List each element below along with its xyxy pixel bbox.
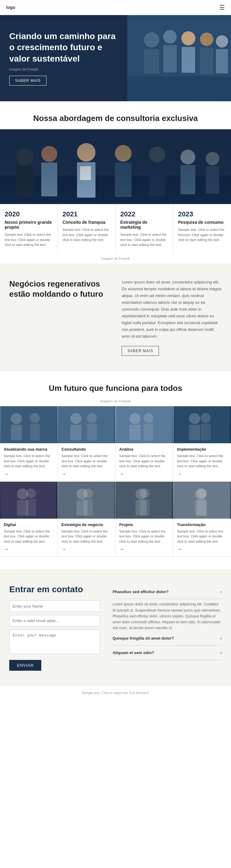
timeline-text: Sample text. Click to select the text bo… <box>178 227 226 243</box>
card-image-7 <box>173 482 231 519</box>
timeline-text: Sample text. Click to select the text bo… <box>5 232 53 247</box>
card-item-7: Transformação Sample text. Click to sele… <box>173 482 231 557</box>
timeline-title: Conceito de franquia <box>62 220 111 225</box>
consulting-image <box>0 129 231 203</box>
faq-question-row[interactable]: Quisque fringilla sit amet dolor? › <box>112 631 222 646</box>
faq-item-2[interactable]: Aliquam et sem odio? › <box>112 646 222 660</box>
svg-point-5 <box>181 31 195 45</box>
card-title: Implementação <box>177 447 228 452</box>
timeline-item-2023: 2023 Pesquisa de consumo Sample text. Cl… <box>173 204 231 254</box>
regen-left: Negócios regenerativos estão moldando o … <box>9 279 109 304</box>
svg-rect-30 <box>1 406 56 443</box>
card-text: Sample text. Click to select the text bo… <box>62 454 112 469</box>
svg-rect-11 <box>127 76 231 101</box>
card-content-5: Estratégia de negócio Sample text. Click… <box>58 522 115 552</box>
future-section: Um futuro que funciona para todos Imagen… <box>0 371 231 569</box>
card-content-4: Digital Sample text. Click to select the… <box>0 522 58 552</box>
svg-rect-10 <box>215 49 228 73</box>
svg-point-41 <box>129 413 140 424</box>
faq-item-0[interactable]: Phasellus sed efficitur dolor? › Lorem i… <box>112 585 222 631</box>
card-image-4 <box>0 482 58 519</box>
contact-submit-button[interactable]: ENVIAR <box>9 660 41 671</box>
card-image-5 <box>58 482 115 519</box>
card-arrow-icon[interactable]: → <box>62 471 112 477</box>
card-text: Sample text. Click to select the text bo… <box>119 454 169 469</box>
svg-rect-49 <box>201 424 210 440</box>
card-content-0: Atualizando sua marca Sample text. Click… <box>0 447 58 477</box>
card-item-6: Projeto Sample text. Click to select the… <box>115 482 173 557</box>
timeline-year: 2021 <box>62 210 111 218</box>
contact-title: Entrar em contato <box>9 585 100 594</box>
timeline-item-2020: 2020 Nosso primeiro grande projeto Sampl… <box>0 204 58 254</box>
faq-item-1[interactable]: Quisque fringilla sit amet dolor? › <box>112 631 222 646</box>
timeline-title: Nosso primeiro grande projeto <box>5 220 53 229</box>
svg-rect-32 <box>11 425 22 440</box>
card-image-3 <box>173 406 231 443</box>
faq-question-row[interactable]: Aliquam et sem odio? › <box>112 646 222 660</box>
svg-rect-8 <box>200 48 213 74</box>
timeline-text: Sample text. Click to select the text bo… <box>120 232 169 247</box>
regen-section: Negócios regenerativos estão moldando o … <box>0 264 231 372</box>
card-item-2: Análise Sample text. Click to select the… <box>115 406 173 482</box>
contact-form: Entrar em contato ENVIAR <box>9 585 100 671</box>
consulting-title: Nossa abordagem de consultoria exclusiva <box>0 101 231 129</box>
svg-point-38 <box>87 413 97 423</box>
svg-point-43 <box>144 413 153 423</box>
future-image-credit: Imagens de Freepak <box>0 399 231 403</box>
card-title: Estratégia de negócio <box>62 522 112 527</box>
svg-rect-34 <box>30 424 40 440</box>
contact-email-input[interactable] <box>9 615 100 626</box>
faq-question-row[interactable]: Phasellus sed efficitur dolor? › <box>112 585 222 599</box>
cards-grid: Atualizando sua marca Sample text. Click… <box>0 406 231 557</box>
card-people-image <box>58 482 115 519</box>
timeline-title: Pesquisa de consumo <box>178 220 226 225</box>
regen-cta-button[interactable]: SABER MAIS <box>122 346 159 356</box>
card-title: Análise <box>119 447 169 452</box>
svg-point-3 <box>163 30 177 44</box>
card-text: Sample text. Click to select the text bo… <box>62 529 112 544</box>
card-arrow-icon[interactable]: → <box>4 546 54 552</box>
card-arrow-icon[interactable]: → <box>119 546 169 552</box>
card-item-0: Atualizando sua marca Sample text. Click… <box>0 406 58 482</box>
svg-point-31 <box>11 413 22 424</box>
hamburger-icon[interactable]: ☰ <box>219 4 225 11</box>
card-people-image <box>173 482 231 519</box>
card-arrow-icon[interactable]: → <box>4 471 54 477</box>
faq-answer: Lorem ipsum dolor sit amet, consectetur … <box>112 599 222 631</box>
card-text: Sample text. Click to select the text bo… <box>177 529 228 544</box>
card-arrow-icon[interactable]: → <box>119 471 169 477</box>
svg-rect-35 <box>59 406 114 443</box>
card-text: Sample text. Click to select the text bo… <box>177 454 228 469</box>
future-title: Um futuro que funciona para todos <box>0 383 231 399</box>
faq-question-text: Aliquam et sem odio? <box>112 650 154 655</box>
card-arrow-icon[interactable]: → <box>62 546 112 552</box>
card-item-5: Estratégia de negócio Sample text. Click… <box>58 482 116 557</box>
svg-rect-6 <box>181 47 195 73</box>
timeline-year: 2022 <box>120 210 169 218</box>
svg-rect-4 <box>163 45 177 72</box>
svg-point-58 <box>83 489 93 498</box>
svg-point-33 <box>30 413 40 423</box>
card-title: Transformação <box>177 522 228 527</box>
timeline-item-2021: 2021 Conceito de franquia Sample text. C… <box>58 204 116 254</box>
svg-rect-42 <box>129 425 140 440</box>
card-content-2: Análise Sample text. Click to select the… <box>115 447 173 477</box>
contact-name-input[interactable] <box>9 600 100 612</box>
card-arrow-icon[interactable]: → <box>177 546 228 552</box>
contact-section: Entrar em contato ENVIAR Phasellus sed e… <box>0 569 231 686</box>
svg-rect-37 <box>70 425 81 440</box>
svg-point-53 <box>26 489 36 498</box>
svg-rect-44 <box>144 424 153 440</box>
hero-cta-button[interactable]: SABER MAIS <box>9 76 47 86</box>
card-content-7: Transformação Sample text. Click to sele… <box>173 522 231 552</box>
faq-chevron-icon: › <box>220 650 222 655</box>
card-image-6 <box>115 482 173 519</box>
regen-right: Lorem ipsum dolor sit amet, consectetur … <box>122 279 222 356</box>
svg-rect-2 <box>144 49 159 73</box>
hero-section: Criando um caminho para o crescimento fu… <box>0 15 231 101</box>
contact-message-input[interactable] <box>9 629 100 654</box>
card-arrow-icon[interactable]: → <box>177 471 228 477</box>
svg-rect-47 <box>189 425 200 440</box>
card-content-6: Projeto Sample text. Click to select the… <box>115 522 173 552</box>
svg-rect-54 <box>26 499 36 516</box>
